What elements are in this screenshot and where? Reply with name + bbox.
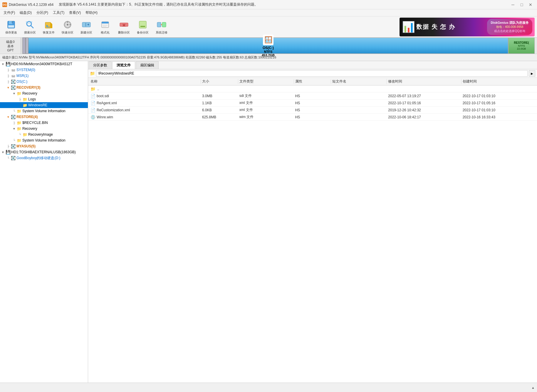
tree-goodboy[interactable]: └ 💽 GoodBoyboy的移动硬盘(D:) [0,155,88,161]
svg-line-5 [31,26,33,28]
backup-partition-button[interactable]: 备份分区 [134,18,152,36]
data-loss-icon: 📊 [402,21,415,33]
system-expand-icon: ├ [6,68,11,72]
col-header-type[interactable]: 文件类型 [238,79,294,84]
sysvolinfo2-folder-icon: 📁 [16,138,22,143]
menu-partition[interactable]: 分区(P) [34,10,51,16]
quick-partition-button[interactable]: 快速分区 [59,18,76,36]
ad-main-text: 数据 失 怎 办 [416,23,455,31]
status-bar: ▲ [0,383,537,392]
tree-windowsre[interactable]: └ 📁 WindowsRE [0,102,88,108]
disk-label: 磁盘0 基本 GPT [2,38,21,54]
migrate-icon [156,19,167,30]
col-header-created[interactable]: 创建时间 [462,79,536,84]
myasus5-expand-icon: ├ [6,145,11,148]
close-button[interactable]: ✕ [526,2,535,8]
menu-tools[interactable]: 工具(T) [51,10,67,16]
tree-osc[interactable]: ├ 💽 OS(C:) [0,79,88,85]
tree-restore4[interactable]: ▼ 💽 RESTORE(4) [0,114,88,120]
backup-partition-icon [137,19,148,30]
svg-rect-21 [102,22,109,23]
address-input[interactable] [96,70,528,77]
col-header-size[interactable]: 大小 [201,79,238,84]
file-modified-1: 2022-10-17 01:05:16 [387,101,461,105]
file-row-1[interactable]: 📄 ReAgent.xml 1.1KB xml 文件 HS 2022-10-17… [88,100,537,107]
search-partition-icon [25,19,35,30]
recovery-folder-label: Recovery [22,91,37,95]
file-attr-3: HS [294,115,331,119]
restore-partition-seg[interactable]: RESTORE( NTFS 22.0GB [508,38,535,54]
tree-recovery3[interactable]: ▼ 💽 RECOVERY(3) [0,85,88,90]
format-button[interactable]: 格式化 [96,18,114,36]
new-partition-label: 新建分区 [80,31,92,35]
menu-help[interactable]: 帮助(H) [83,10,100,16]
file-size-1: 1.1KB [201,101,238,105]
scroll-up-indicator[interactable]: ▲ [531,386,535,389]
restore-file-label: 恢复文件 [43,31,55,35]
system-partition-seg[interactable] [22,38,26,54]
search-partition-button[interactable]: 搜索分区 [21,18,39,36]
menu-view[interactable]: 查看(V) [67,10,83,16]
goodboy-label: GoodBoyboy的移动硬盘(D:) [16,156,60,161]
tab-sector-edit[interactable]: 扇区编辑 [136,61,159,69]
windowsre-folder-icon: 📁 [22,103,28,107]
col-header-modified[interactable]: 修改时间 [387,79,461,84]
recoveryimage-expand-icon: └ [18,133,22,136]
hd1-label: HD1:TOSHIBAEXTERNALUSB(1863GB) [11,150,76,154]
menu-disk[interactable]: 磁盘(D) [17,10,34,16]
tree-sysvolinfo2[interactable]: └ 📁 System Volume Information [0,137,88,143]
svg-rect-10 [51,24,52,28]
msr-part-icon: 🖴 [11,73,16,78]
disk-type-text: 基本 [7,44,14,48]
recovery3-label: RECOVERY(3) [16,85,41,90]
file-modified-0: 2022-05-07 13:19:27 [387,94,461,98]
tree-hd1[interactable]: ▼ 💾 HD1:TOSHIBAEXTERNALUSB(1863GB) [0,149,88,155]
maximize-button[interactable]: □ [518,2,526,8]
col-header-shortname[interactable]: 短文件名 [331,79,387,84]
tree-myasus5[interactable]: ├ 💽 MYASUS(5) [0,143,88,149]
tree-msr[interactable]: ├ 🖴 MSR(1) [0,73,88,79]
disk-bar: 磁盘0 基本 GPT 🪟 OS(C:) NTFS 453.7GB RESTORE… [0,38,537,54]
svg-marker-9 [51,22,52,24]
recycle-label: $RECYCLE.BIN [22,121,48,125]
back-folder-icon: 📁 [90,87,95,91]
col-header-attr[interactable]: 属性 [294,79,331,84]
tree-recovery-folder[interactable]: ▼ 📁 Recovery [0,90,88,96]
file-type-2: xml 文件 [238,107,294,112]
tab-browse-files[interactable]: 浏览文件 [112,61,135,69]
delete-partition-button[interactable]: 删除分区 [115,18,133,36]
tab-partition-params[interactable]: 分区参数 [89,61,112,69]
tree-recycle[interactable]: ├ 📁 $RECYCLE.BIN [0,120,88,126]
file-table-header: 名称 大小 文件类型 属性 短文件名 修改时间 创建时间 [88,78,537,85]
restore-size: 22.0GB [517,47,526,50]
migrate-button[interactable]: 系统迁移 [153,18,170,36]
file-row-0[interactable]: 📄 boot.sdi 3.0MB sdi 文件 HS 2022-05-07 13… [88,92,537,100]
svg-point-14 [67,24,68,26]
address-nav-button[interactable]: ▶ [529,70,535,77]
tree-logs[interactable]: ├ 📁 Logs [0,96,88,102]
tree-recovery-restore[interactable]: ▼ 📁 Recovery [0,126,88,132]
save-changes-button[interactable]: 保存更改 [2,18,20,36]
os-partition-seg[interactable]: 🪟 OS(C:) NTFS 453.7GB [28,38,508,54]
osc-label: OS(C:) [16,80,27,84]
tree-recoveryimage[interactable]: └ 📁 RecoveryImage [0,132,88,137]
file-row-back[interactable]: 📁 .. [88,85,537,92]
msr-partition-seg[interactable] [26,38,28,54]
msr-label: MSR(1) [16,74,28,78]
restore-file-button[interactable]: 恢复文件 [40,18,58,36]
file-row-2[interactable]: 📄 ReCustomization.xml 6.0KB xml 文件 HS 20… [88,107,537,114]
tree-system[interactable]: ├ 🖴 SYSTEM(0) [0,67,88,73]
col-header-name[interactable]: 名称 [89,79,201,84]
back-label: .. [97,87,99,91]
svg-rect-6 [26,21,32,22]
tree-hd0[interactable]: ▼ 💾 HD0:NVMeMicron3400MTFDKBA512T [0,61,88,67]
new-partition-button[interactable]: + 新建分区 [78,18,95,36]
menu-file[interactable]: 文件(F) [1,10,17,16]
window-controls: ─ □ ✕ [509,2,535,8]
restore4-expand-icon: ▼ [6,115,11,119]
minimize-button[interactable]: ─ [509,2,517,8]
ad-banner[interactable]: 📊 数据 失 怎 办 DiskGenius 团队为您服务 致电：400-008-… [400,18,535,36]
right-tabs: 分区参数 浏览文件 扇区编辑 [88,61,537,69]
file-row-3[interactable]: 💿 Winre.wim 625.8MB wim 文件 HS 2022-10-06… [88,114,537,121]
tree-sysvolinfo[interactable]: └ 📁 System Volume Information [0,108,88,114]
